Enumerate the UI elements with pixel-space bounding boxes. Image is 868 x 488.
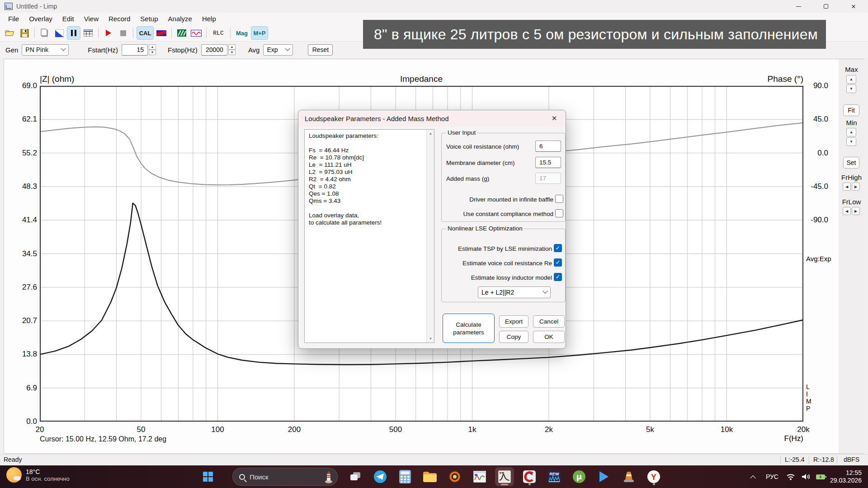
magnitude-view-button[interactable]: Mag — [234, 27, 250, 39]
calibrate-button[interactable]: CAL — [137, 27, 153, 39]
menu-view[interactable]: View — [80, 14, 103, 24]
menu-overlay[interactable]: Overlay — [24, 14, 57, 24]
taskbar-app-utorrent[interactable]: µ — [570, 468, 588, 486]
clock[interactable]: 12:55 29.03.2026 — [830, 469, 862, 484]
copy-button[interactable]: Copy — [499, 331, 528, 343]
magnitude-phase-view-button[interactable]: M+P — [251, 27, 268, 39]
menu-edit[interactable]: Edit — [58, 14, 79, 24]
fstart-spinner[interactable]: ▲ ▼ — [149, 44, 156, 55]
battery-icon[interactable] — [816, 474, 827, 480]
taskbar-app-limp-active[interactable] — [495, 468, 514, 486]
max-down-button[interactable]: ▼ — [846, 84, 856, 93]
reset-button[interactable]: Reset — [308, 44, 333, 56]
fit-label: Fit — [848, 107, 855, 114]
avg-readout: Avg:Exp — [806, 255, 831, 263]
constant-compliance-checkbox[interactable] — [555, 209, 563, 217]
infinite-baffle-checkbox[interactable] — [555, 195, 563, 203]
task-view-button[interactable] — [346, 468, 364, 486]
tray-expand-icon[interactable] — [750, 475, 756, 481]
taskbar-app-browser[interactable] — [446, 468, 464, 486]
fit-button[interactable]: Fit — [843, 104, 859, 116]
calculate-parameters-button[interactable]: Calculate parameters — [443, 314, 495, 343]
taskbar-app-explorer[interactable] — [421, 468, 439, 486]
frlow-right-button[interactable]: ▶ — [852, 207, 860, 215]
b-w-background-button[interactable] — [53, 27, 66, 39]
table-view-button[interactable] — [82, 27, 94, 39]
wifi-icon[interactable] — [786, 473, 795, 480]
cancel-button[interactable]: Cancel — [533, 315, 565, 328]
parameters-listbox[interactable]: Loudspeaker parameters: Fs = 46.44 HzRe … — [304, 129, 434, 343]
taskbar-app-vlc[interactable] — [620, 468, 638, 486]
taskbar-app-yandex[interactable]: Y — [645, 468, 663, 486]
fstop-spinner[interactable]: ▲ ▼ — [228, 44, 236, 55]
menu-file[interactable]: File — [4, 14, 24, 24]
taskbar-app-telegram[interactable] — [371, 468, 389, 486]
set-button[interactable]: Set — [843, 157, 859, 169]
gen-select[interactable]: PN Pink — [22, 44, 69, 56]
export-button[interactable]: Export — [499, 315, 528, 328]
taskbar-app-arta[interactable] — [471, 468, 489, 486]
status-separator — [837, 456, 837, 465]
volume-icon[interactable] — [802, 473, 810, 480]
pause-button[interactable] — [67, 27, 80, 39]
fstart-input[interactable]: 15 — [122, 44, 148, 56]
fstart-value: 15 — [137, 46, 144, 53]
spin-up-icon[interactable]: ▲ — [228, 44, 236, 50]
menu-setup[interactable]: Setup — [136, 14, 162, 24]
language-indicator[interactable]: РУС — [766, 473, 778, 480]
record-start-button[interactable] — [102, 27, 115, 39]
vc-resistance-label: Voice coil resistance (ohm) — [446, 143, 519, 150]
estimate-inductor-checkbox[interactable]: ✓ — [554, 273, 562, 281]
close-button[interactable]: ✕ — [843, 0, 864, 13]
generator-level-button[interactable] — [155, 27, 168, 39]
vc-resistance-input[interactable]: 6 — [535, 141, 561, 152]
spin-down-icon[interactable]: ▼ — [228, 50, 236, 55]
avg-select[interactable]: Exp — [263, 44, 293, 56]
copy-graph-button[interactable] — [38, 27, 51, 39]
min-down-button[interactable]: ▼ — [846, 137, 856, 146]
dialog-close-button[interactable]: ✕ — [548, 113, 560, 124]
frlow-left-button[interactable]: ◀ — [843, 207, 851, 215]
inductor-model-select[interactable]: Le + L2||R2 — [478, 286, 551, 298]
taskbar-app-ccleaner[interactable] — [520, 468, 538, 486]
listbox-scrollbar[interactable]: ▲ ▼ — [426, 130, 434, 343]
scroll-down-icon[interactable]: ▼ — [427, 335, 434, 343]
rlc-button[interactable]: RLC — [210, 27, 226, 39]
dialog-titlebar[interactable]: Loudspeaker Parameters - Added Mass Meth… — [298, 110, 566, 127]
estimate-tsp-checkbox[interactable]: ✓ — [554, 244, 562, 252]
user-input-group-label: User Input — [446, 129, 477, 136]
minimize-button[interactable] — [788, 0, 809, 13]
menu-analyze[interactable]: Analyze — [164, 14, 197, 24]
taskbar-app-rew[interactable]: REW — [545, 468, 563, 486]
open-file-button[interactable] — [4, 27, 16, 39]
taskbar-app-media-player[interactable] — [595, 468, 613, 486]
menu-help[interactable]: Help — [198, 14, 221, 24]
toolbar-separator — [206, 28, 207, 38]
record-stop-button[interactable] — [117, 27, 129, 39]
spin-up-icon[interactable]: ▲ — [149, 44, 156, 50]
search-box[interactable]: Поиск — [232, 468, 338, 486]
min-up-button[interactable]: ▲ — [846, 128, 856, 136]
fstop-input[interactable]: 20000 — [201, 44, 227, 56]
scroll-up-icon[interactable]: ▲ — [427, 130, 434, 137]
taskbar-app-calculator[interactable] — [396, 468, 414, 486]
frhigh-right-button[interactable]: ▶ — [852, 183, 860, 191]
maximize-button[interactable] — [816, 0, 836, 13]
right-axis-title: Phase (°) — [736, 74, 803, 84]
oscilloscope-button[interactable] — [190, 27, 203, 39]
start-button[interactable] — [199, 468, 217, 486]
menu-record[interactable]: Record — [104, 14, 135, 24]
weather-widget[interactable]: 18°C В осн. солнечно — [6, 467, 70, 483]
max-up-button[interactable]: ▲ — [846, 75, 856, 84]
ok-label: OK — [544, 333, 553, 340]
table-icon — [84, 29, 93, 37]
frhigh-left-button[interactable]: ◀ — [843, 183, 851, 191]
membrane-diameter-input[interactable]: 15.5 — [535, 157, 561, 168]
save-button[interactable] — [18, 27, 31, 39]
ok-button[interactable]: OK — [533, 331, 565, 343]
estimate-re-checkbox[interactable]: ✓ — [554, 258, 562, 267]
titlebar: Untitled - Limp — [0, 0, 868, 13]
spin-down-icon[interactable]: ▼ — [149, 50, 156, 55]
spectrum-analysis-button[interactable] — [175, 27, 188, 39]
weather-temp: 18°C — [26, 468, 70, 475]
